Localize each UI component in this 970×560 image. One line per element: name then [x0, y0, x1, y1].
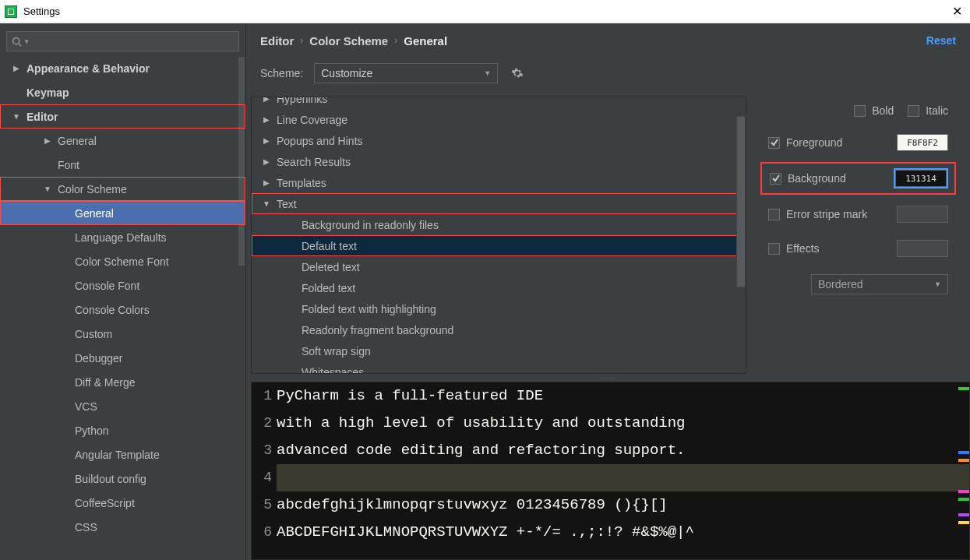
- breadcrumb-general: General: [404, 34, 447, 48]
- option-item[interactable]: ▶Line Coverage: [252, 109, 746, 130]
- option-item[interactable]: Deleted text: [252, 256, 746, 277]
- tree-item-label: Appearance & Behavior: [26, 62, 150, 75]
- tree-item-label: Console Font: [75, 280, 139, 292]
- option-item-label: Soft wrap sign: [302, 345, 371, 357]
- minimap-mark: [958, 459, 969, 462]
- option-item[interactable]: Folded text with highlighting: [252, 298, 746, 319]
- option-item[interactable]: Soft wrap sign: [252, 340, 746, 361]
- reset-link[interactable]: Reset: [926, 34, 956, 47]
- scrollbar[interactable]: [736, 97, 746, 373]
- tree-item[interactable]: ▶General: [0, 129, 245, 153]
- chevron-right-icon: ›: [300, 35, 303, 46]
- tree-item-label: Buildout config: [75, 473, 146, 485]
- preview-editor: 123456 PyCharm is a full-featured IDEwit…: [251, 382, 970, 560]
- option-item-label: Readonly fragment background: [302, 324, 453, 336]
- foreground-checkbox[interactable]: Foreground: [768, 136, 842, 149]
- option-item-label: Deleted text: [302, 261, 360, 273]
- tree-item-label: Console Colors: [75, 304, 150, 316]
- tree-item-label: VCS: [75, 400, 97, 413]
- tree-item[interactable]: ▶Buildout config: [0, 467, 245, 491]
- svg-point-0: [13, 37, 19, 44]
- effects-type-select[interactable]: Bordered ▼: [811, 274, 948, 294]
- breadcrumb-color-scheme[interactable]: Color Scheme: [309, 34, 388, 48]
- minimap-mark: [958, 521, 969, 524]
- code-area: PyCharm is a full-featured IDEwith a hig…: [277, 382, 969, 559]
- option-item[interactable]: ▶Templates: [252, 172, 746, 193]
- tree-item[interactable]: ▶VCS: [0, 394, 245, 418]
- tree-item[interactable]: ▶CoffeeScript: [0, 491, 245, 515]
- option-item-label: Search Results: [277, 156, 351, 168]
- foreground-color-swatch[interactable]: F8F8F2: [897, 134, 948, 151]
- scheme-gear-button[interactable]: [509, 65, 526, 82]
- tree-item[interactable]: ▶Keymap: [0, 80, 245, 104]
- settings-tree[interactable]: ▶Appearance & Behavior▶Keymap▼Editor▶Gen…: [0, 56, 245, 560]
- tree-item-label: Font: [58, 159, 79, 171]
- option-item-label: Templates: [277, 177, 326, 189]
- option-item-label: Background in readonly files: [302, 219, 439, 231]
- tree-item-label: Keymap: [26, 86, 69, 99]
- option-item[interactable]: Whitespaces: [252, 361, 746, 374]
- tree-item[interactable]: ▶Diff & Merge: [0, 370, 245, 394]
- option-item[interactable]: ▶Hyperlinks: [252, 97, 746, 109]
- property-panel: Bold Italic Foreground F8F8F2: [746, 97, 970, 374]
- option-item-label: Text: [277, 198, 297, 210]
- error-stripe-checkbox[interactable]: Error stripe mark: [768, 208, 867, 220]
- tree-item[interactable]: ▼Editor: [0, 104, 245, 129]
- option-item[interactable]: Default text: [252, 235, 746, 256]
- option-item[interactable]: Folded text: [252, 277, 746, 298]
- search-icon: [12, 37, 22, 47]
- settings-sidebar: ▾ ▶Appearance & Behavior▶Keymap▼Editor▶G…: [0, 23, 246, 560]
- titlebar: Settings ✕: [0, 0, 970, 23]
- minimap-mark: [958, 490, 969, 493]
- caret-right-icon: ▶: [261, 136, 272, 145]
- option-item[interactable]: ▶Search Results: [252, 151, 746, 172]
- tree-item[interactable]: ▶Angular Template: [0, 442, 245, 467]
- tree-item-label: Angular Template: [75, 449, 160, 461]
- background-checkbox[interactable]: Background: [770, 172, 846, 185]
- tree-item[interactable]: ▶Appearance & Behavior: [0, 56, 245, 80]
- effects-swatch[interactable]: [897, 240, 948, 257]
- option-item[interactable]: ▶Popups and Hints: [252, 130, 746, 151]
- tree-item[interactable]: ▶CSS: [0, 515, 245, 539]
- tree-item[interactable]: ▶Custom: [0, 322, 245, 346]
- option-item-label: Whitespaces: [302, 366, 364, 375]
- svg-line-1: [19, 43, 21, 45]
- tree-item[interactable]: ▼Color Scheme: [0, 177, 245, 201]
- error-stripe-swatch[interactable]: [897, 206, 948, 223]
- tree-item[interactable]: ▶Language Defaults: [0, 225, 245, 249]
- breadcrumb-editor[interactable]: Editor: [260, 34, 294, 48]
- option-item[interactable]: ▼Text: [252, 193, 746, 214]
- chevron-down-icon: ▼: [934, 280, 941, 288]
- option-item[interactable]: Readonly fragment background: [252, 319, 746, 340]
- italic-checkbox[interactable]: Italic: [908, 104, 948, 117]
- option-tree[interactable]: ▶Hyperlinks▶Line Coverage▶Popups and Hin…: [251, 97, 746, 374]
- option-item-label: Default text: [302, 240, 357, 252]
- minimap-mark: [958, 498, 969, 501]
- scrollbar[interactable]: [238, 56, 245, 266]
- chevron-right-icon: ›: [394, 35, 397, 46]
- tree-item[interactable]: ▶Debugger: [0, 346, 245, 370]
- tree-item[interactable]: ▶Console Font: [0, 273, 245, 298]
- close-icon[interactable]: ✕: [949, 4, 965, 19]
- bold-checkbox[interactable]: Bold: [854, 104, 894, 117]
- tree-item[interactable]: ▶Console Colors: [0, 298, 245, 322]
- scheme-label: Scheme:: [260, 67, 303, 79]
- minimap-mark: [958, 387, 969, 390]
- tree-item[interactable]: ▶Color Scheme Font: [0, 249, 245, 273]
- option-item-label: Folded text with highlighting: [302, 303, 436, 315]
- option-item-label: Folded text: [302, 282, 355, 294]
- option-item[interactable]: Background in readonly files: [252, 214, 746, 235]
- background-color-swatch[interactable]: 131314: [895, 170, 947, 187]
- scheme-value: Customize: [321, 67, 372, 79]
- app-icon: [5, 5, 17, 18]
- scheme-select[interactable]: Customize ▼: [314, 63, 498, 83]
- search-input[interactable]: ▾: [6, 31, 239, 51]
- effects-checkbox[interactable]: Effects: [768, 242, 820, 255]
- tree-item[interactable]: ▶General: [0, 201, 245, 225]
- tree-item[interactable]: ▶Font: [0, 153, 245, 177]
- tree-item[interactable]: ▶Python: [0, 418, 245, 442]
- resize-grip[interactable]: ∙∙∙∙∙: [246, 374, 970, 382]
- tree-item-label: Color Scheme Font: [75, 255, 169, 268]
- tree-item-label: General: [75, 207, 114, 220]
- option-item-label: Line Coverage: [277, 114, 347, 126]
